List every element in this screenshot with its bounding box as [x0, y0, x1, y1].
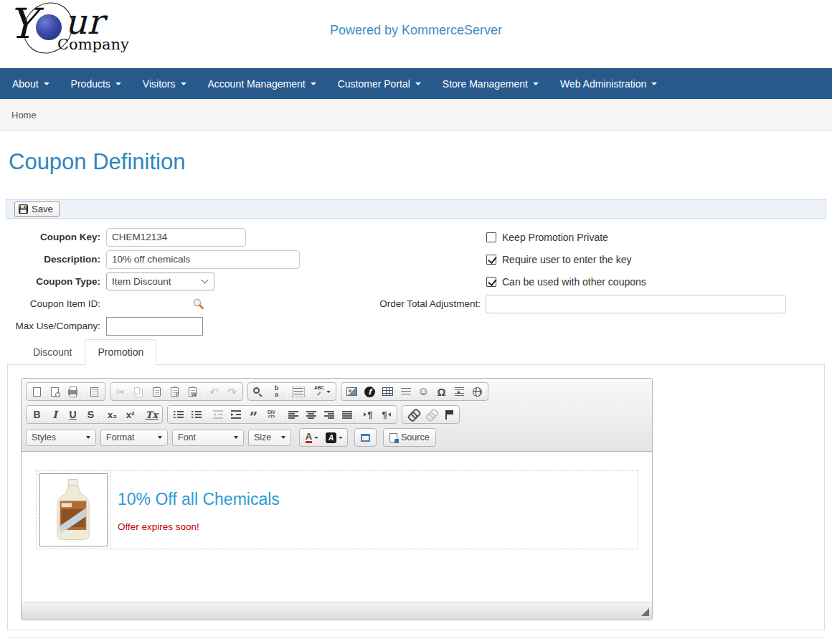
unlink-button[interactable] — [422, 407, 440, 422]
blockquote-button[interactable]: ” — [245, 407, 263, 422]
align-center-button[interactable] — [302, 407, 320, 422]
select-all-button[interactable] — [289, 384, 307, 399]
save-button-label: Save — [32, 204, 53, 214]
text-color-icon: A — [306, 432, 312, 443]
underline-button[interactable]: U — [64, 407, 82, 422]
anchor-button[interactable] — [440, 407, 458, 422]
size-dropdown[interactable]: Size — [248, 430, 291, 446]
tab-discount[interactable]: Discount — [20, 339, 85, 365]
nav-item-store-management[interactable]: Store Management — [432, 68, 549, 99]
chevron-down-icon — [181, 82, 186, 85]
find-button[interactable] — [250, 384, 268, 399]
checkbox-box[interactable] — [486, 232, 496, 242]
smiley-button[interactable]: ☺ — [415, 384, 432, 399]
paste-from-word-button[interactable]: W — [184, 384, 202, 399]
bulleted-list-icon — [192, 410, 202, 419]
checkbox-keep-promotion-private[interactable]: Keep Promotion Private — [486, 232, 608, 243]
form-row-max-use-company: Max Use/Company: — [7, 315, 825, 337]
maximize-button[interactable] — [356, 430, 374, 445]
redo-button[interactable]: ↷ — [223, 384, 241, 399]
source-button[interactable]: Source — [389, 430, 430, 445]
print-button[interactable] — [64, 384, 82, 399]
coupon-key-input[interactable] — [106, 228, 246, 247]
order-total-adjustment-input[interactable] — [486, 295, 786, 313]
checkbox-use-with-other-coupons[interactable]: Can be used with other coupons — [486, 276, 646, 288]
strikethrough-button[interactable]: S — [82, 407, 100, 422]
bulleted-list-button[interactable] — [187, 407, 205, 422]
align-right-button[interactable] — [320, 407, 338, 422]
copy-button[interactable] — [130, 384, 148, 399]
promotion-product-image[interactable] — [39, 473, 108, 546]
font-dropdown[interactable]: Font — [172, 430, 244, 446]
decrease-indent-icon — [213, 410, 223, 419]
table-icon — [382, 387, 393, 396]
nav-item-products[interactable]: Products — [60, 68, 132, 99]
blockquote-icon: ” — [250, 414, 258, 421]
new-page-button[interactable] — [28, 384, 46, 399]
breadcrumb-home[interactable]: Home — [11, 110, 37, 120]
item-lookup-button[interactable] — [192, 298, 204, 310]
source-code-icon — [389, 433, 397, 442]
save-button[interactable]: Save — [14, 202, 60, 217]
underline-icon: U — [69, 409, 76, 420]
paste-button[interactable] — [148, 384, 166, 399]
bold-button[interactable]: B — [28, 407, 46, 422]
logo-globe-icon — [34, 13, 63, 42]
editor-content-area[interactable]: 10% Off all Chemicals Offer expires soon… — [22, 452, 652, 602]
spell-check-button[interactable]: ABC ✓ — [311, 384, 334, 399]
promotion-subtext[interactable]: Offer expires soon! — [118, 521, 638, 532]
div-container-button[interactable]: DIV </> — [263, 407, 280, 422]
coupon-type-select[interactable]: Item Discount — [106, 273, 214, 290]
insert-table-button[interactable] — [379, 384, 397, 399]
styles-dropdown[interactable]: Styles — [26, 430, 96, 446]
text-direction-ltr-button[interactable]: ¶ — [359, 407, 377, 422]
templates-button[interactable] — [85, 384, 103, 399]
resize-handle-icon[interactable] — [641, 608, 649, 616]
superscript-button[interactable]: x² — [121, 407, 139, 422]
nav-item-about[interactable]: About — [1, 68, 60, 99]
max-use-company-label: Max Use/Company: — [7, 321, 100, 331]
nav-item-web-administration[interactable]: Web Administration — [549, 68, 668, 99]
nav-item-visitors[interactable]: Visitors — [132, 68, 197, 99]
background-color-icon: A — [326, 432, 336, 443]
promotion-heading[interactable]: 10% Off all Chemicals — [118, 490, 638, 509]
text-direction-rtl-button[interactable]: ¶ — [377, 407, 395, 422]
page-break-button[interactable] — [450, 384, 468, 399]
insert-flash-button[interactable]: f — [361, 384, 379, 399]
cut-button[interactable]: ✂ — [112, 384, 130, 399]
align-justify-button[interactable] — [338, 407, 356, 422]
numbered-list-button[interactable] — [169, 407, 187, 422]
templates-icon — [90, 387, 98, 397]
increase-indent-button[interactable] — [227, 407, 245, 422]
replace-button[interactable]: b a — [268, 384, 285, 399]
checkbox-box[interactable] — [486, 255, 496, 265]
format-dropdown[interactable]: Format — [100, 430, 168, 446]
special-char-button[interactable]: Ω — [432, 384, 450, 399]
paste-plain-text-button[interactable]: T — [166, 384, 184, 399]
nav-item-customer-portal[interactable]: Customer Portal — [327, 68, 432, 99]
max-use-company-input[interactable] — [106, 317, 203, 336]
insert-image-button[interactable] — [343, 384, 361, 399]
undo-button[interactable]: ↶ — [205, 384, 223, 399]
preview-button[interactable] — [46, 384, 64, 399]
decrease-indent-button[interactable] — [209, 407, 227, 422]
floppy-disk-icon — [19, 204, 28, 214]
horizontal-rule-button[interactable] — [397, 384, 415, 399]
iframe-button[interactable] — [468, 384, 486, 399]
background-color-button[interactable]: A — [323, 430, 346, 445]
italic-button[interactable]: I — [46, 407, 64, 422]
description-input[interactable] — [106, 250, 300, 269]
company-logo[interactable]: Y ur Company — [9, 3, 152, 65]
tab-promotion[interactable]: Promotion — [85, 339, 156, 365]
subscript-button[interactable]: x₂ — [103, 407, 121, 422]
insert-link-button[interactable] — [404, 407, 422, 422]
text-color-button[interactable]: A — [301, 430, 323, 445]
bold-icon: B — [33, 409, 40, 420]
remove-format-button[interactable]: Tx — [143, 407, 161, 422]
checkbox-require-user-key[interactable]: Require user to enter the key — [486, 254, 632, 265]
chevron-down-icon — [234, 436, 238, 439]
nav-item-account-management[interactable]: Account Management — [197, 68, 327, 99]
align-left-button[interactable] — [284, 407, 302, 422]
editor-toolbar-row-3: Styles Format Font Size A A — [24, 426, 650, 449]
checkbox-box[interactable] — [486, 277, 496, 287]
